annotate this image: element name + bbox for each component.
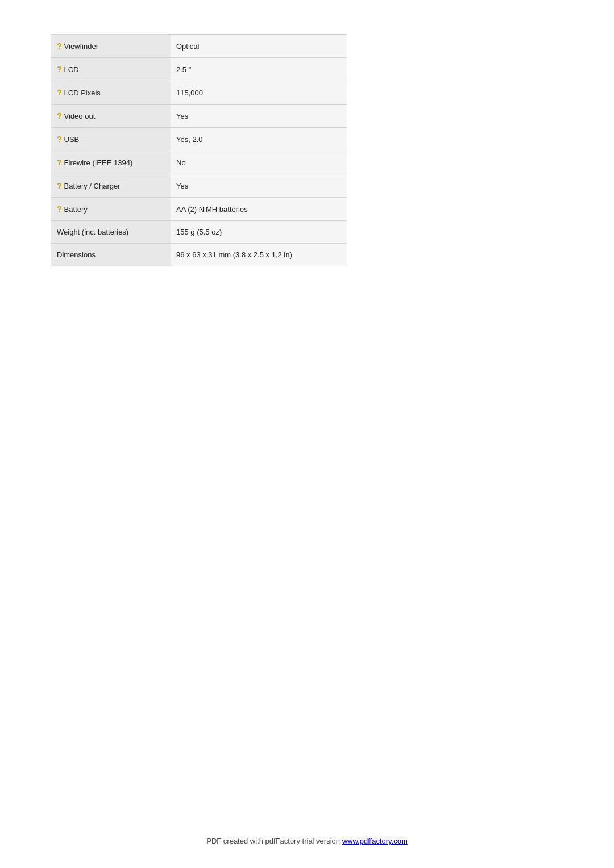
label-text: Dimensions — [57, 251, 96, 259]
value-cell: Yes — [171, 174, 347, 198]
value-cell: 115,000 — [171, 81, 347, 105]
question-icon: ? — [57, 88, 62, 97]
question-icon: ? — [57, 158, 62, 167]
value-cell: No — [171, 151, 347, 174]
label-cell: ?LCD Pixels — [51, 81, 171, 105]
question-icon: ? — [57, 41, 62, 51]
footer-link[interactable]: www.pdffactory.com — [342, 837, 408, 845]
label-text: Video out — [64, 112, 96, 120]
value-cell: Yes, 2.0 — [171, 128, 347, 151]
table-row: ?USBYes, 2.0 — [51, 128, 347, 151]
label-cell: Weight (inc. batteries) — [51, 221, 171, 244]
question-icon: ? — [57, 65, 62, 74]
table-row: Dimensions96 x 63 x 31 mm (3.8 x 2.5 x 1… — [51, 244, 347, 266]
label-cell: ?Battery / Charger — [51, 174, 171, 198]
question-icon: ? — [57, 135, 62, 144]
table-row: ?Firewire (IEEE 1394)No — [51, 151, 347, 174]
value-cell: AA (2) NiMH batteries — [171, 198, 347, 221]
page-content: ?ViewfinderOptical?LCD2.5 "?LCD Pixels11… — [0, 0, 614, 323]
label-cell: ?Video out — [51, 105, 171, 128]
label-text: Weight (inc. batteries) — [57, 228, 128, 236]
label-cell: ?Battery — [51, 198, 171, 221]
label-text: Battery / Charger — [64, 182, 121, 190]
value-cell: Yes — [171, 105, 347, 128]
label-cell: ?LCD — [51, 58, 171, 81]
table-row: ?LCD Pixels115,000 — [51, 81, 347, 105]
question-icon: ? — [57, 181, 62, 190]
label-text: Viewfinder — [64, 42, 98, 51]
value-cell: 155 g (5.5 oz) — [171, 221, 347, 244]
value-cell: Optical — [171, 35, 347, 58]
specs-table: ?ViewfinderOptical?LCD2.5 "?LCD Pixels11… — [51, 34, 347, 266]
label-cell: ?Viewfinder — [51, 35, 171, 58]
question-icon: ? — [57, 205, 62, 214]
label-text: LCD Pixels — [64, 89, 101, 97]
question-icon: ? — [57, 111, 62, 120]
table-row: ?Video outYes — [51, 105, 347, 128]
label-text: Firewire (IEEE 1394) — [64, 158, 133, 167]
value-cell: 2.5 " — [171, 58, 347, 81]
footer: PDF created with pdfFactory trial versio… — [0, 837, 614, 845]
footer-text: PDF created with pdfFactory trial versio… — [206, 837, 342, 845]
table-row: ?LCD2.5 " — [51, 58, 347, 81]
label-text: LCD — [64, 65, 79, 74]
label-cell: Dimensions — [51, 244, 171, 266]
table-row: ?ViewfinderOptical — [51, 35, 347, 58]
value-cell: 96 x 63 x 31 mm (3.8 x 2.5 x 1.2 in) — [171, 244, 347, 266]
label-cell: ?Firewire (IEEE 1394) — [51, 151, 171, 174]
label-cell: ?USB — [51, 128, 171, 151]
table-row: ?BatteryAA (2) NiMH batteries — [51, 198, 347, 221]
table-row: Weight (inc. batteries)155 g (5.5 oz) — [51, 221, 347, 244]
table-row: ?Battery / ChargerYes — [51, 174, 347, 198]
label-text: Battery — [64, 205, 88, 214]
label-text: USB — [64, 135, 80, 144]
